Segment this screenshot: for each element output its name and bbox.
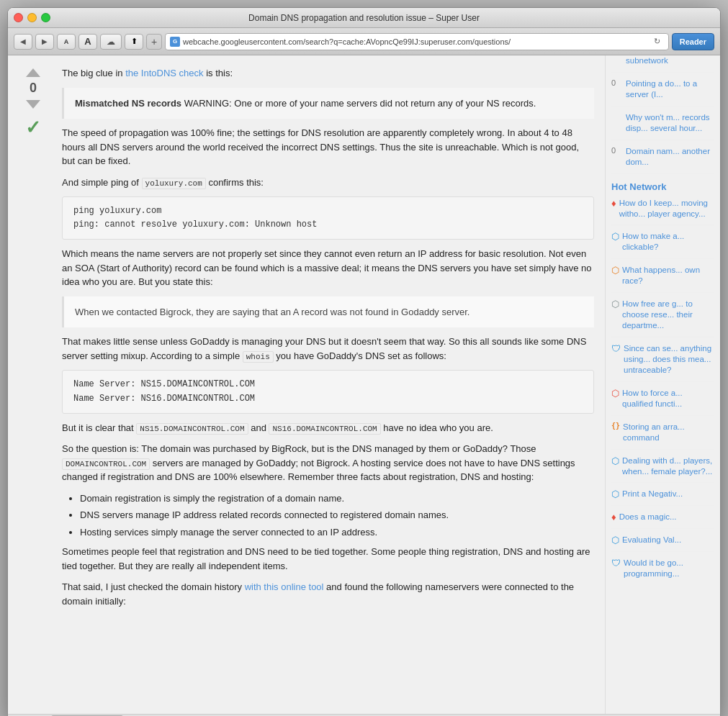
vote-area: 0 ✓ [8,55,58,714]
refresh-button[interactable]: ↻ [651,35,664,48]
hot-network-item: 🛡 Would it be go... programming... [611,558,714,585]
intodns-link[interactable]: the IntoDNS check [125,68,203,78]
hot-network-item: ⬡ Print a Negativ... [611,489,714,506]
titlebar: Domain DNS propagation and resolution is… [8,8,720,28]
font-larger-button[interactable]: A [78,34,97,50]
question-text: So the question is: The domain was purch… [62,443,536,454]
online-tool-link[interactable]: with this online tool [245,581,324,592]
hot-item-link[interactable]: Does a magic... [619,512,677,522]
forward-button[interactable]: ▶ [35,34,54,50]
hot-item-link[interactable]: What happens... own race? [622,265,714,286]
warning-text: WARNING: One or more of your name server… [181,98,536,109]
hot-item-icon: ⬡ [611,456,619,466]
facts-list: Domain registration is simply the regist… [80,491,594,540]
ping-code-line2: ping: cannot resolve yoluxury.com: Unkno… [73,218,583,232]
back-button[interactable]: ◀ [14,34,32,50]
url-bar[interactable]: G webcache.googleusercontent.com/search?… [165,33,669,50]
hot-item-icon: ⬡ [611,535,619,545]
browser-window: Domain DNS propagation and resolution is… [7,7,721,716]
domain-code: DOMAINCONTROL.COM [62,458,150,470]
related-link[interactable]: Pointing a do... to a server (I... [626,78,714,100]
hot-item-link[interactable]: How to make a... clickable? [622,231,714,253]
window-title: Domain DNS propagation and resolution is… [248,13,480,23]
hot-network-item: ⬡ How to make a... clickable? [611,231,714,259]
close-button[interactable] [14,13,23,22]
hot-network-item: ⬡ How free are g... to choose rese... th… [611,299,714,337]
vote-count: 0 [30,81,37,96]
new-tab-button[interactable]: + [146,34,162,50]
clear-and: and [248,422,269,433]
share-button[interactable]: ⬆ [125,34,143,50]
related-link[interactable]: Domain nam... another dom... [626,146,714,168]
whois-code: whois [243,351,274,363]
related-link[interactable]: subnetwork [626,55,668,66]
ns15-code: NS15.DOMAINCONTROL.COM [136,423,248,435]
sense-paragraph: That makes little sense unless GoDaddy i… [62,335,594,363]
related-item: 0 Domain nam... another dom... [611,146,714,174]
ping-rest: confirms this: [206,177,264,188]
vote-up-button[interactable] [22,66,44,79]
hot-item-icon: ⬡ [611,299,619,309]
ping-intro: And simple ping of [62,177,142,188]
hot-item-link[interactable]: Evaluating Val... [622,535,681,545]
list-item: Hosting services simply manage the serve… [80,525,594,540]
warning-box: Mismatched NS records WARNING: One or mo… [62,88,594,119]
hot-item-link[interactable]: Since can se... anything using... does t… [624,343,714,376]
intro-rest: is this: [204,68,233,78]
warning-bold: Mismatched NS records [75,98,181,109]
hot-item-link[interactable]: How to force a... qualified functi... [622,388,714,409]
accepted-checkmark: ✓ [25,117,41,139]
hot-item-icon: ⬡ [611,489,619,499]
propagation-text: The speed of propagation was 100% fine; … [62,126,594,168]
reader-button[interactable]: Reader [672,33,714,50]
ping-code-block: ping yoluxury.com ping: cannot resolve y… [62,196,594,240]
hot-item-icon: ⬡ [611,231,619,242]
ns16-code: NS16.DOMAINCONTROL.COM [269,423,380,435]
cloud-button[interactable]: ☁ [100,34,122,50]
toolbar: ◀ ▶ A A ☁ ⬆ + G webcache.googleuserconte… [8,28,720,55]
minimize-button[interactable] [27,13,37,22]
hot-item-icon: ♦ [611,512,616,522]
hot-item-link[interactable]: Storing an arra... command [623,422,714,443]
question-paragraph: So the question is: The domain was purch… [62,442,594,484]
vote-down-button[interactable] [22,98,44,111]
hot-item-icon: 🛡 [611,558,621,568]
hot-network-item: ⬡ What happens... own race? [611,265,714,293]
maximize-button[interactable] [41,13,50,22]
hot-item-link[interactable]: How do I keep... moving witho... player … [619,198,714,219]
clear-text-start: But it is clear that [62,422,136,433]
list-item: DNS servers manage IP address related re… [80,508,594,522]
hot-item-link[interactable]: Dealing with d... players, when... femal… [622,456,714,477]
hot-item-link[interactable]: How free are g... to choose rese... thei… [622,299,714,331]
ns-line1: Name Server: NS15.DOMAINCONTROL.COM [73,378,583,391]
ping-code-line1: ping yoluxury.com [73,204,583,218]
ns-line2: Name Server: NS16.DOMAINCONTROL.COM [73,392,583,406]
hot-network-title: Hot Network [611,181,714,192]
hot-network-item: ♦ Does a magic... [611,512,714,529]
hot-item-link[interactable]: Would it be go... programming... [624,558,714,579]
secure-icon: G [170,37,180,47]
hot-item-icon: ♦ [611,198,616,209]
hot-item-icon: {} [611,422,620,430]
font-smaller-button[interactable]: A [57,34,76,50]
checked-paragraph: That said, I just checked the domain his… [62,580,594,608]
sidebar: subnetwork 0 Pointing a do... to a serve… [605,55,720,714]
sometimes-paragraph: Sometimes people feel that registration … [62,545,594,573]
related-item: subnetwork [611,55,714,73]
related-link[interactable]: Why won't m... records disp... several h… [626,112,714,134]
clear-rest: have no idea who you are. [381,422,493,433]
hot-item-icon: ⬡ [611,265,619,276]
url-text: webcache.googleusercontent.com/search?q=… [183,37,651,46]
hot-network-item: {} Storing an arra... command [611,422,714,450]
clear-paragraph: But it is clear that NS15.DOMAINCONTROL.… [62,421,594,435]
checked-text: That said, I just checked the domain his… [62,581,245,592]
hot-network-item: 🛡 Since can se... anything using... does… [611,343,714,382]
hot-item-link[interactable]: Print a Negativ... [622,489,683,499]
explanation-paragraph: Which means the name servers are not pro… [62,247,594,289]
related-item: 0 Pointing a do... to a server (I... [611,78,714,107]
content-area: 0 ✓ The big clue in the IntoDNS check is… [8,55,720,714]
hot-item-icon: 🛡 [611,343,621,354]
list-item: Domain registration is simply the regist… [80,491,594,506]
intro-text: The big clue in [62,68,125,78]
main-content: The big clue in the IntoDNS check is thi… [58,55,605,714]
